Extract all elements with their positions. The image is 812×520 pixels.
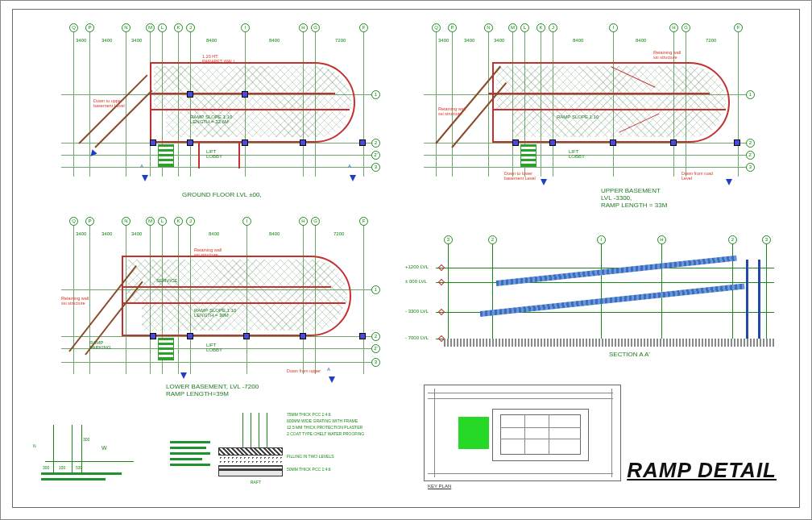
grid-bubble: I <box>241 23 250 32</box>
note-down1: Down to lower basement Level <box>504 171 536 181</box>
note-retaining: Retaining wall ssi structure <box>653 50 681 60</box>
grid-row-bubble: 2 <box>371 139 380 148</box>
level-label: +1200 LVL <box>405 264 429 269</box>
dim: 300 <box>83 437 89 442</box>
service-label: SERVICE <box>156 278 177 283</box>
sheet-title: RAMP DETAIL <box>627 458 777 483</box>
note-down2: Down from road Level <box>682 171 713 181</box>
grid-row-bubble: 3 <box>371 163 380 172</box>
detail-label: 75MM THICK PCC 1:4:6 <box>287 412 331 417</box>
plan-upper-basement: Q P N M L K J I H G F 3400 3400 3400 840… <box>408 22 762 207</box>
drawing-sheet: Q P N M L K J I H G F 3400 3400 3400 840… <box>12 9 800 508</box>
detail-label: RAFT <box>251 480 261 485</box>
detail-label: 50MM THICK PCC 1:4:6 <box>287 467 331 472</box>
plan-title: UPPER BASEMENT LVL -3300, RAMP LENGTH = … <box>601 187 667 209</box>
grid-bubble: J <box>186 23 195 32</box>
level-label: - 7000 LVL <box>405 335 429 340</box>
grid-bubble: H <box>299 23 308 32</box>
keyplan-title: KEY PLAN <box>428 484 451 489</box>
dim: 3400 <box>76 38 86 43</box>
dim: 3400 <box>102 38 112 43</box>
dim: 8400 <box>269 38 280 43</box>
plan-ground-floor: Q P N M L K J I H G F 3400 3400 3400 840… <box>45 22 383 207</box>
room-lift-lobby: LIFT LOBBY <box>569 149 585 159</box>
note-down: Down to upper basement Level <box>93 98 125 108</box>
detail-label: 12.5 MM THICK PROTECTION PLASTER <box>287 425 362 430</box>
detail-ramp-section: 75MM THICK PCC 1:4:6 600MM WIDE GRATING … <box>170 409 404 497</box>
grid-bubble: M <box>146 23 155 32</box>
ramp-parking: RAMP PARKING <box>89 340 111 350</box>
room-lift-lobby: LIFT LOBBY <box>206 149 222 159</box>
dim: 3400 <box>131 38 142 43</box>
grid-row-bubble: 1 <box>371 90 380 99</box>
w-label: W <box>102 445 107 451</box>
level-label: ± 000 LVL <box>405 279 427 284</box>
grid-bubble: G <box>311 23 320 32</box>
plan-title: GROUND FLOOR LVL ±00, <box>182 191 262 198</box>
grid-bubble: F <box>359 23 368 32</box>
detail-label: FILLING IN TWO LEVELS <box>287 454 334 459</box>
grid-row-bubble: 2' <box>371 151 380 160</box>
ramp-slope: RAMP SLOPE 1:10 LENGTH = 32.6M <box>190 114 232 124</box>
note-parapet: 1.20 HT. PARAPET WALL <box>202 54 235 64</box>
detail-label: 2 COAT TYPE CHELT WATER PROOFING <box>287 431 364 436</box>
grid-bubble: K <box>174 23 183 32</box>
level-label: - 3300 LVL <box>405 309 429 314</box>
plan-lower-basement: Q P N M L K J I H G F 3400 3400 3400 840… <box>45 215 392 401</box>
section-mark: A <box>348 164 351 168</box>
plan-title: LOWER BASEMENT, LVL -7200 RAMP LENGTH=39… <box>166 383 259 397</box>
ramp-slope: RAMP SLOPE 1:10 <box>557 114 599 119</box>
grid-bubble: N <box>122 23 130 32</box>
ramp-slope: RAMP SLOPE 1:10 LENGTH = 39M <box>194 308 236 318</box>
keyplan: KEY PLAN <box>420 381 629 497</box>
section-aa: 3 2 I H 2 3 +1200 LVL ± 000 LVL - 3300 L… <box>404 235 782 372</box>
dim: 8400 <box>206 38 217 43</box>
section-mark: A <box>140 164 143 168</box>
note-retaining: Retaining wall ssi structure <box>194 248 222 257</box>
section-title: SECTION A A' <box>609 351 650 358</box>
grid-bubble: Q <box>69 23 78 32</box>
note-down: Down from upper <box>287 368 321 373</box>
dim: 7200 <box>335 38 346 43</box>
detail-left: 300 300 150 530 W N <box>33 421 154 493</box>
north-arrow: N <box>33 443 36 448</box>
grid-bubble: L <box>158 23 167 32</box>
note-retaining-2: Retaining wall ssi structure <box>438 106 466 116</box>
grid-bubble: P <box>85 23 94 32</box>
detail-label: 600MM WIDE GRATING WITH FRAME <box>287 418 358 423</box>
